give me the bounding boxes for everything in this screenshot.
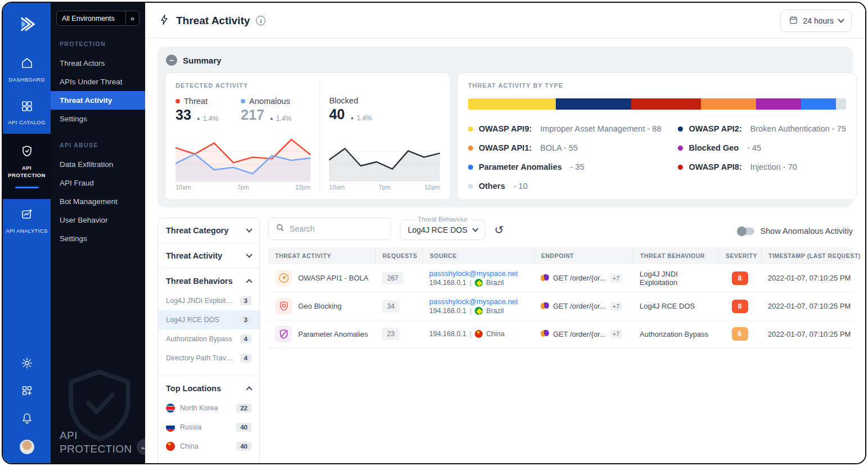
logo-icon: [16, 13, 38, 37]
calendar-icon: [789, 15, 798, 26]
rail-item-dashboard[interactable]: DASHBOARD: [3, 48, 51, 91]
sidebar-item-abuse-settings[interactable]: Settings: [51, 229, 145, 248]
rail-item-label: API CATALOG: [8, 119, 45, 126]
sidebar-item-settings[interactable]: Settings: [51, 110, 145, 128]
filter-threat-activity[interactable]: Threat Activity: [166, 251, 251, 260]
flag-north-korea-icon: [166, 404, 175, 413]
home-icon: [20, 56, 34, 72]
filter-top-locations[interactable]: Top Locations: [166, 384, 251, 393]
rail-item-label: API ANALYTICS: [6, 228, 48, 235]
search-input[interactable]: [290, 224, 384, 233]
threat-type-legend: OWASP API9:Improper Asset Management - 8…: [468, 124, 846, 191]
sidebar-collapse-button[interactable]: ←: [135, 437, 145, 456]
col-threat-behaviour: THREAT BEHAVIOUR: [633, 247, 718, 264]
threat-behaviour-select[interactable]: Threat Behaviour Log4J RCE DOS: [400, 220, 485, 240]
flag-brazil-icon: [475, 279, 483, 287]
table-row[interactable]: Geo Blocking 34 passshylock@myspace.net …: [268, 292, 853, 320]
endpoint-more-badge[interactable]: +7: [610, 274, 623, 283]
page-header: Threat Activity i 24 hours: [145, 3, 865, 39]
requests-badge: 34: [382, 300, 399, 313]
behavior-directory-path-traversal[interactable]: Directory Path Traversal4: [158, 349, 259, 368]
sidebar-item-bot-management[interactable]: Bot Management: [51, 192, 145, 211]
section-label-protection: PROTECTION: [60, 40, 136, 47]
timestamp-value: 2022-01-07, 07:10:25 PM: [761, 297, 853, 315]
endpoint-icon: [541, 274, 549, 282]
integrations-icon[interactable]: [21, 384, 33, 397]
table-row[interactable]: Parameter Anomalies 23 194.168.0.1|China…: [268, 320, 853, 348]
severity-badge: 6: [732, 327, 748, 341]
source-ip-country: 194.168.0.1|Brazil: [429, 279, 527, 287]
behavior-authorization-bypass[interactable]: Authorization Bypass4: [158, 329, 259, 349]
filter-threat-category[interactable]: Threat Category: [166, 226, 251, 235]
x-axis-labels: 10am7pm12pm: [176, 184, 311, 191]
col-severity: SEVERITY: [718, 247, 761, 264]
threat-activity-value: OWASP API1 - BOLA: [298, 274, 368, 282]
location-russia[interactable]: Russia40: [158, 418, 259, 437]
chevron-up-icon: [246, 279, 252, 285]
table-region: Threat Behaviour Log4J RCE DOS ↺ Show An…: [268, 218, 853, 348]
legend-item: OWASP API1:BOLA - 55: [468, 143, 661, 152]
main-content: Threat Activity i 24 hours – Summary DE: [145, 3, 865, 463]
grid-icon: [20, 99, 34, 115]
sidebar-item-threat-activity[interactable]: Threat Activity: [51, 91, 145, 110]
summary-title: Summary: [183, 56, 221, 65]
blocked-chart: 10am7pm12pm: [329, 134, 440, 191]
legend-dot: [468, 126, 473, 132]
collapse-summary-button[interactable]: –: [166, 55, 177, 66]
environment-expand-icon[interactable]: »: [125, 11, 139, 25]
legend-dot: [468, 165, 473, 170]
active-indicator: [15, 187, 39, 188]
detected-activity-card: DETECTED ACTIVITY Threat 33▲1.4% Anomalo…: [165, 73, 451, 200]
severity-badge: 8: [732, 272, 748, 285]
location-north-korea[interactable]: North Korea22: [158, 399, 259, 418]
endpoint-more-badge[interactable]: +7: [610, 302, 623, 311]
endpoint-value: GET /order/{or...: [553, 330, 606, 338]
endpoint-value: GET /order/{or...: [553, 274, 606, 282]
time-range-dropdown[interactable]: 24 hours: [780, 10, 852, 32]
settings-gear-icon[interactable]: [21, 357, 33, 369]
sidebar-item-data-exfiltration[interactable]: Data Exfiltration: [51, 155, 145, 174]
threat-activity-value: Geo Blocking: [298, 302, 341, 310]
sidebar-item-api-fraud[interactable]: API Fraud: [51, 174, 145, 192]
icon-rail: DASHBOARD API CATALOG API PROTECTION API…: [3, 3, 51, 463]
filter-threat-behaviors[interactable]: Threat Behaviors: [166, 277, 251, 286]
rail-item-api-analytics[interactable]: API ANALYTICS: [3, 199, 51, 242]
threat-type-stacked-bar: [468, 98, 846, 110]
rail-item-api-protection[interactable]: API PROTECTION: [3, 134, 51, 198]
col-timestamp: TIMESTAMP (LAST REQUEST): [761, 247, 865, 264]
notifications-bell-icon[interactable]: [21, 412, 33, 424]
location-china[interactable]: China40: [158, 437, 259, 456]
behavior-log4j-jndi[interactable]: Log4J JNDI Exploitation3: [158, 291, 259, 310]
rail-item-api-catalog[interactable]: API CATALOG: [3, 91, 51, 134]
source-email-link[interactable]: passshylock@myspace.net: [429, 297, 527, 306]
trend-up-icon: ▲: [269, 116, 274, 121]
table-row[interactable]: OWASP API1 - BOLA 267 passshylock@myspac…: [268, 264, 853, 292]
col-requests: REQUESTS: [375, 247, 422, 264]
user-avatar[interactable]: [20, 440, 34, 454]
sidebar-item-user-behavior[interactable]: User Behavior: [51, 211, 145, 229]
filters-panel: Threat Category Threat Activity Threat B…: [158, 218, 260, 463]
endpoint-value: GET /order/{or...: [553, 302, 606, 310]
chevron-down-icon: [838, 16, 844, 22]
show-anomalous-toggle[interactable]: [737, 228, 754, 235]
parameter-anomalies-slash-icon: [275, 325, 292, 342]
source-email-link[interactable]: passshylock@myspace.net: [429, 269, 527, 278]
environment-selector[interactable]: All Environments »: [56, 11, 140, 26]
app-logo[interactable]: [3, 3, 51, 48]
legend-dot: [678, 165, 683, 170]
sidebar-item-apis-under-threat[interactable]: APIs Under Threat: [51, 73, 145, 91]
sidebar-item-threat-actors[interactable]: Threat Actors: [51, 54, 145, 73]
threat-behaviour-select-label: Threat Behaviour: [415, 216, 471, 223]
analytics-icon: [20, 207, 34, 223]
geo-blocking-shield-icon: [275, 298, 292, 315]
table-toolbar: Threat Behaviour Log4J RCE DOS ↺ Show An…: [268, 218, 853, 240]
reset-filters-icon[interactable]: ↺: [494, 223, 504, 240]
search-box[interactable]: [268, 218, 391, 240]
bar-segment: [801, 98, 836, 110]
info-icon[interactable]: i: [256, 16, 266, 25]
endpoint-more-badge[interactable]: +7: [610, 329, 623, 338]
legend-dot: [468, 146, 473, 151]
page-title: Threat Activity: [176, 15, 250, 27]
search-icon: [276, 223, 285, 234]
behavior-log4j-rce-dos[interactable]: Log4J RCE DOS3: [158, 310, 259, 329]
